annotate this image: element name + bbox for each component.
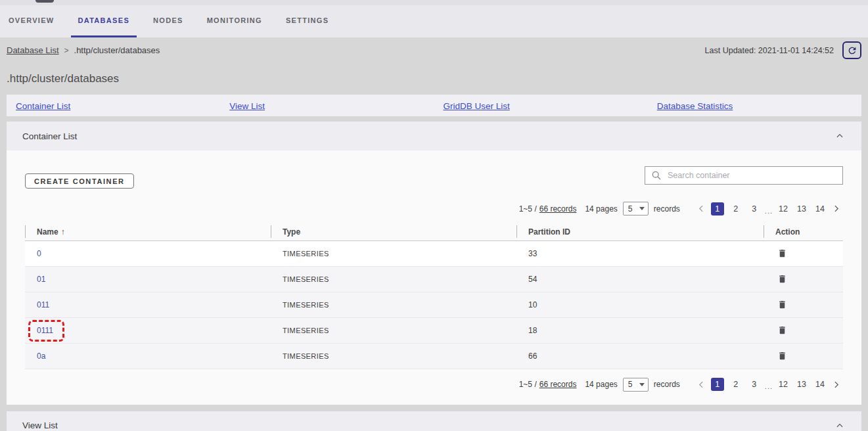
page-ellipsis: ... bbox=[765, 382, 773, 390]
top-bar: OVERVIEW DATABASES NODES MONITORING SETT… bbox=[0, 0, 868, 37]
next-page-button[interactable] bbox=[829, 204, 843, 213]
refresh-icon bbox=[847, 45, 857, 56]
collapse-view-panel-button[interactable] bbox=[834, 420, 846, 431]
table-row-highlighted: 0111 TIMESERIES 18 bbox=[25, 317, 843, 343]
page-number-1[interactable]: 1 bbox=[711, 378, 724, 391]
page-size-value: 5 bbox=[628, 380, 633, 389]
tab-monitoring[interactable]: MONITORING bbox=[200, 5, 269, 37]
page-number-12[interactable]: 12 bbox=[777, 378, 790, 391]
view-panel-title: View List bbox=[22, 420, 58, 430]
page-size-value: 5 bbox=[628, 204, 633, 214]
partition-id: 33 bbox=[528, 249, 537, 258]
page-size-select[interactable]: 5 bbox=[623, 202, 649, 216]
trash-icon bbox=[777, 248, 787, 259]
container-link-0111[interactable]: 0111 bbox=[37, 326, 53, 335]
chevron-right-icon bbox=[832, 204, 840, 213]
page-number-14[interactable]: 14 bbox=[813, 378, 827, 391]
page-number-3[interactable]: 3 bbox=[748, 378, 761, 391]
record-range: 1~5 / bbox=[519, 204, 537, 214]
collapse-container-panel-button[interactable] bbox=[834, 130, 846, 142]
trash-icon bbox=[777, 325, 787, 336]
column-header-partition-id[interactable]: Partition ID bbox=[516, 223, 764, 240]
delete-container-button[interactable] bbox=[777, 248, 787, 259]
logo-partial bbox=[35, 0, 54, 3]
chevron-up-icon bbox=[835, 131, 844, 141]
dropdown-caret-icon bbox=[639, 207, 645, 210]
page-number-2[interactable]: 2 bbox=[729, 202, 742, 216]
prev-page-button[interactable] bbox=[695, 380, 708, 389]
page-number-2[interactable]: 2 bbox=[729, 378, 742, 391]
container-link-0a[interactable]: 0a bbox=[37, 352, 45, 361]
page-size-select[interactable]: 5 bbox=[623, 378, 649, 392]
tab-settings[interactable]: SETTINGS bbox=[279, 5, 336, 37]
container-table: Name↑ Type Partition ID Action 0 TIMESER… bbox=[25, 223, 843, 369]
tab-databases[interactable]: DATABASES bbox=[71, 5, 137, 37]
link-griddb-user-list[interactable]: GridDB User List bbox=[444, 101, 510, 111]
chevron-right-icon bbox=[832, 380, 840, 389]
container-type: TIMESERIES bbox=[283, 301, 329, 309]
trash-icon bbox=[777, 299, 787, 310]
chevron-left-icon bbox=[697, 380, 706, 389]
page-number-13[interactable]: 13 bbox=[795, 202, 808, 216]
chevron-left-icon bbox=[697, 204, 706, 213]
table-row: 011 TIMESERIES 10 bbox=[25, 292, 843, 317]
create-container-button[interactable]: CREATE CONTAINER bbox=[25, 173, 134, 189]
view-list-panel-header: View List bbox=[7, 411, 861, 431]
page-number-12[interactable]: 12 bbox=[777, 202, 790, 216]
link-view-list[interactable]: View List bbox=[229, 101, 265, 111]
container-link-0[interactable]: 0 bbox=[37, 249, 41, 258]
delete-container-button[interactable] bbox=[777, 273, 787, 284]
total-records-link[interactable]: 66 records bbox=[539, 380, 577, 389]
quick-links-panel: Container List View List GridDB User Lis… bbox=[7, 95, 861, 116]
container-panel-title: Container List bbox=[22, 131, 77, 141]
table-row: 01 TIMESERIES 54 bbox=[25, 266, 843, 292]
partition-id: 66 bbox=[528, 352, 537, 361]
tab-overview[interactable]: OVERVIEW bbox=[1, 5, 62, 37]
table-row: 0a TIMESERIES 66 bbox=[25, 343, 843, 369]
column-header-type[interactable]: Type bbox=[271, 223, 516, 240]
breadcrumb-database-list-link[interactable]: Database List bbox=[7, 45, 59, 55]
page-ellipsis: ... bbox=[765, 207, 773, 215]
delete-container-button[interactable] bbox=[777, 325, 787, 336]
page-number-1[interactable]: 1 bbox=[711, 202, 724, 216]
page-number-13[interactable]: 13 bbox=[795, 378, 808, 391]
container-panel-header: Container List bbox=[7, 122, 861, 150]
records-label: records bbox=[654, 204, 680, 214]
breadcrumb: Database List > .http/cluster/databases bbox=[7, 45, 160, 55]
trash-icon bbox=[777, 273, 787, 284]
table-header-row: Name↑ Type Partition ID Action bbox=[25, 223, 843, 240]
tab-nodes[interactable]: NODES bbox=[146, 5, 191, 37]
refresh-button[interactable] bbox=[842, 41, 861, 59]
delete-container-button[interactable] bbox=[777, 350, 787, 361]
pages-count: 14 pages bbox=[585, 204, 617, 214]
page-title: .http/cluster/databases bbox=[7, 72, 119, 85]
table-row: 0 TIMESERIES 33 bbox=[25, 240, 843, 266]
link-database-statistics[interactable]: Database Statistics bbox=[657, 101, 733, 111]
search-icon bbox=[651, 170, 662, 183]
container-type: TIMESERIES bbox=[283, 275, 329, 283]
trash-icon bbox=[777, 350, 787, 361]
window-top-strip bbox=[0, 0, 868, 5]
breadcrumb-current: .http/cluster/databases bbox=[74, 45, 160, 55]
delete-container-button[interactable] bbox=[777, 299, 787, 310]
prev-page-button[interactable] bbox=[695, 204, 708, 213]
chevron-up-icon bbox=[835, 421, 844, 430]
next-page-button[interactable] bbox=[829, 380, 843, 389]
container-type: TIMESERIES bbox=[283, 352, 329, 360]
page-number-3[interactable]: 3 bbox=[748, 202, 761, 216]
column-header-action: Action bbox=[764, 223, 843, 240]
search-container-input[interactable] bbox=[645, 166, 843, 185]
container-link-011[interactable]: 011 bbox=[37, 300, 49, 309]
records-label: records bbox=[654, 380, 680, 389]
page-number-14[interactable]: 14 bbox=[813, 202, 827, 216]
breadcrumb-row: Database List > .http/cluster/databases … bbox=[0, 37, 868, 63]
sort-ascending-icon: ↑ bbox=[61, 227, 65, 237]
container-type: TIMESERIES bbox=[283, 327, 329, 334]
column-header-name[interactable]: Name↑ bbox=[25, 223, 271, 240]
total-records-link[interactable]: 66 records bbox=[539, 204, 577, 214]
pages-count: 14 pages bbox=[585, 380, 617, 389]
pagination-bottom: 1~5 / 66 records 14 pages 5 records 1 2 … bbox=[25, 378, 843, 392]
link-container-list[interactable]: Container List bbox=[16, 101, 70, 111]
container-link-01[interactable]: 01 bbox=[37, 275, 45, 284]
container-list-panel: Container List CREATE CONTAINER 1~5 / 66… bbox=[7, 122, 861, 405]
